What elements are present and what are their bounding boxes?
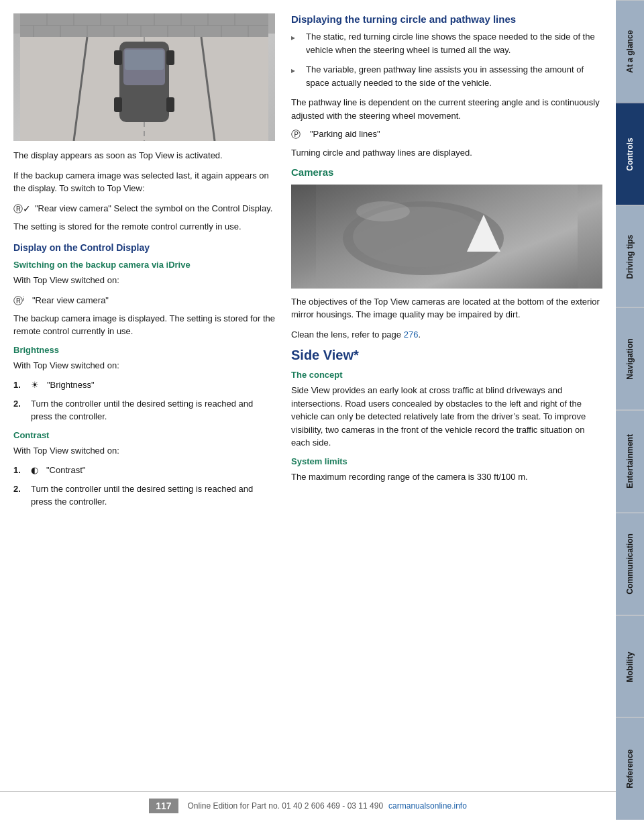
bullet-1-text: The static, red turning circle line show… xyxy=(306,30,602,56)
right-column: Displaying the turning circle and pathwa… xyxy=(291,13,602,784)
system-limits-text: The maximum recording range of the camer… xyxy=(291,470,602,484)
with-top-view-2: With Top View switched on: xyxy=(13,359,275,372)
parking-aid-ref: Ⓟ "Parking aid lines" xyxy=(291,129,602,141)
brightness-num-1: 1. xyxy=(13,378,25,392)
contrast-item-2: 2. Turn the controller until the desired… xyxy=(13,482,275,509)
sidebar-tab-reference[interactable]: Reference xyxy=(616,717,644,820)
brightness-icon: ☀ xyxy=(31,378,39,392)
backup-text: The backup camera image is displayed. Th… xyxy=(13,312,275,338)
page-276-link[interactable]: 276 xyxy=(404,329,419,340)
sidebar-tab-controls[interactable]: Controls xyxy=(616,103,644,205)
bullet-arrow-1: ▸ xyxy=(291,32,301,56)
ref-text: "Parking aid lines" xyxy=(310,129,380,139)
sidebar-tab-navigation[interactable]: Navigation xyxy=(616,307,644,410)
contrast-item-1: 1. ◐ "Contrast" xyxy=(13,464,275,477)
svg-rect-27 xyxy=(114,50,122,65)
footer-text: Online Edition for Part no. 01 40 2 606 … xyxy=(188,801,384,811)
svg-rect-29 xyxy=(114,97,122,112)
footer-site[interactable]: carmanualsonline.info xyxy=(388,801,467,811)
pathway-text: The pathway line is dependent on the cur… xyxy=(291,96,602,122)
camera-photo xyxy=(291,185,602,289)
right-main-heading: Displaying the turning circle and pathwa… xyxy=(291,13,602,25)
rear-camera-icon: Ⓡ✓ xyxy=(13,202,31,216)
brightness-heading: Brightness xyxy=(13,345,275,355)
sidebar-tab-at-a-glance[interactable]: At a glance xyxy=(616,0,644,103)
section1-heading: Display on the Control Display xyxy=(13,242,275,253)
cameras-heading: Cameras xyxy=(291,166,602,178)
concept-text: Side View provides an early look at cros… xyxy=(291,384,602,450)
contrast-text: "Contrast" xyxy=(46,464,85,477)
with-top-view-3: With Top View switched on: xyxy=(13,444,275,458)
bullet-2: ▸ The variable, green pathway line assis… xyxy=(291,63,602,89)
left-column: The display appears as soon as Top View … xyxy=(13,13,275,784)
sidebar-tab-communication[interactable]: Communication xyxy=(616,513,644,615)
svg-rect-30 xyxy=(166,97,174,112)
subsection1-heading: Switching on the backup camera via iDriv… xyxy=(13,260,275,270)
brightness-text: "Brightness" xyxy=(47,378,95,392)
setting-text: The setting is stored for the remote con… xyxy=(13,220,275,234)
svg-rect-28 xyxy=(166,50,174,65)
brightness-item-1: 1. ☀ "Brightness" xyxy=(13,378,275,392)
rear-camera-idrive-line: Ⓡⁱ "Rear view camera" xyxy=(13,294,275,308)
rear-camera-icon-2: Ⓡⁱ xyxy=(13,294,28,308)
sidebar: At a glance Controls Driving tips Naviga… xyxy=(616,0,644,820)
intro-text-2: If the backup camera image was selected … xyxy=(13,169,275,195)
brightness-item2-text: Turn the controller until the desired se… xyxy=(31,397,275,423)
cameras-text-2: Clean the lens, refer to page 276. xyxy=(291,328,602,342)
rear-camera-select-text: "Rear view camera" Select the symbol on … xyxy=(35,202,272,215)
concept-heading: The concept xyxy=(291,370,602,380)
cameras-text-1: The objectives of the Top View cameras a… xyxy=(291,295,602,321)
bullet-1: ▸ The static, red turning circle line sh… xyxy=(291,30,602,56)
system-limits-heading: System limits xyxy=(291,456,602,466)
contrast-num-2: 2. xyxy=(13,482,25,509)
sidebar-tab-entertainment[interactable]: Entertainment xyxy=(616,410,644,513)
turning-text: Turning circle and pathway lines are dis… xyxy=(291,146,602,160)
page-number: 117 xyxy=(149,799,178,813)
brightness-item-2: 2. Turn the controller until the desired… xyxy=(13,397,275,423)
bullet-2-text: The variable, green pathway line assists… xyxy=(306,63,602,89)
brightness-num-2: 2. xyxy=(13,397,25,423)
page-footer: 117 Online Edition for Part no. 01 40 2 … xyxy=(0,791,616,820)
intro-text-1: The display appears as soon as Top View … xyxy=(13,149,275,162)
rear-camera-select-line: Ⓡ✓ "Rear view camera" Select the symbol … xyxy=(13,202,275,216)
top-view-image xyxy=(13,13,275,141)
sidebar-tab-mobility[interactable]: Mobility xyxy=(616,615,644,718)
ref-icon: Ⓟ xyxy=(291,129,306,141)
side-view-heading: Side View* xyxy=(291,348,602,363)
contrast-icon: ◐ xyxy=(31,464,38,477)
bullet-arrow-2: ▸ xyxy=(291,64,301,89)
contrast-item2-text: Turn the controller until the desired se… xyxy=(31,482,275,509)
sidebar-tab-driving-tips[interactable]: Driving tips xyxy=(616,205,644,308)
with-top-view-1: With Top View switched on: xyxy=(13,274,275,287)
svg-point-35 xyxy=(356,201,410,221)
contrast-num-1: 1. xyxy=(13,464,25,477)
rear-camera-idrive-text: "Rear view camera" xyxy=(32,294,109,307)
svg-rect-26 xyxy=(125,50,164,70)
contrast-heading: Contrast xyxy=(13,430,275,440)
